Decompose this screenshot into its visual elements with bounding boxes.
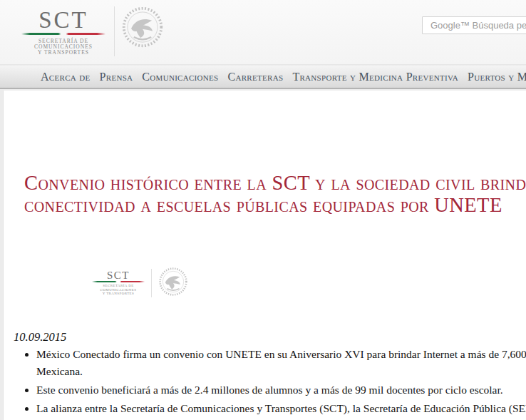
- article-sct-logo-image: SCT SECRETARÍA DE COMUNICACIONES Y TRANS…: [92, 264, 188, 302]
- sct-logo-caption: SECRETARÍA DE COMUNICACIONES Y TRANSPORT…: [21, 39, 105, 56]
- search-input[interactable]: [422, 16, 526, 34]
- bullet-item: La alianza entre la Secretaría de Comuni…: [36, 400, 526, 420]
- page: SCT SECRETARÍA DE COMUNICACIONES Y TRANS…: [0, 0, 526, 420]
- header-divider: [114, 6, 115, 56]
- nav-item-prensa[interactable]: Prensa: [100, 71, 133, 83]
- site-header: SCT SECRETARÍA DE COMUNICACIONES Y TRANS…: [0, 0, 526, 65]
- article-content: Convenio histórico entre la SCT y la soc…: [3, 91, 526, 420]
- article-title-line-1: Convenio histórico entre la SCT y la soc…: [24, 172, 526, 194]
- bullet-item: Este convenio beneficiará a más de 2.4 m…: [36, 381, 526, 399]
- mexico-national-seal-small-icon: [158, 267, 188, 299]
- mexico-national-seal-icon: [121, 6, 164, 51]
- article-bullet-list: México Conectado firma un convenio con U…: [4, 346, 526, 420]
- mexican-flag-line: [21, 33, 105, 35]
- article-title: Convenio histórico entre la SCT y la soc…: [24, 172, 526, 216]
- article-title-line-2: conectividad a escuelas públicas equipad…: [24, 194, 526, 216]
- mexican-flag-line-small: [92, 281, 145, 282]
- main-navigation: Acerca de Prensa Comunicaciones Carreter…: [0, 66, 526, 89]
- nav-item-transporte-y-medicina-preventiva[interactable]: Transporte y Medicina Preventiva: [292, 71, 458, 83]
- nav-item-carreteras[interactable]: Carreteras: [228, 71, 284, 83]
- nav-item-acerca-de[interactable]: Acerca de: [41, 71, 91, 83]
- nav-item-puertos-y-marina-mercante[interactable]: Puertos y Marina Mercante: [468, 71, 526, 83]
- sct-logo-acronym: SCT: [21, 9, 105, 31]
- sct-logo[interactable]: SCT SECRETARÍA DE COMUNICACIONES Y TRANS…: [21, 9, 105, 56]
- article-date: 10.09.2015: [14, 330, 66, 344]
- nav-item-comunicaciones[interactable]: Comunicaciones: [142, 71, 218, 83]
- sct-mini-logo: SCT SECRETARÍA DE COMUNICACIONES Y TRANS…: [92, 270, 145, 296]
- logo-divider: [151, 269, 152, 297]
- bullet-item: México Conectado firma un convenio con U…: [36, 346, 526, 380]
